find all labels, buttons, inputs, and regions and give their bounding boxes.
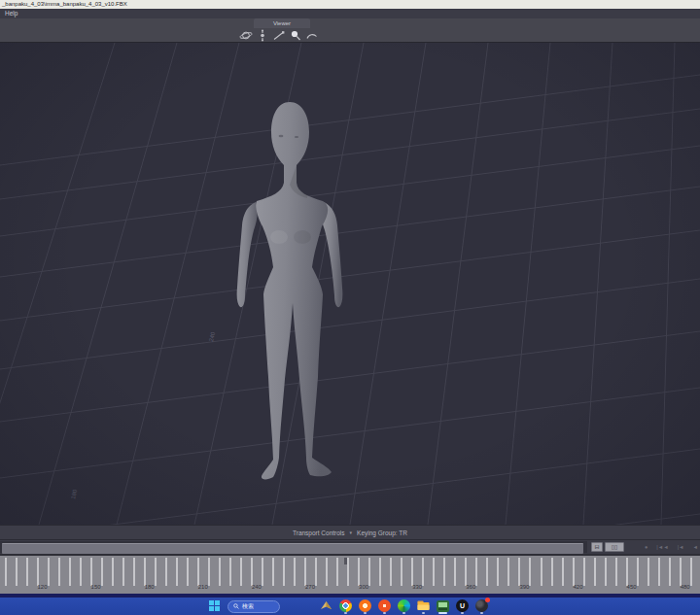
play-backward-icon[interactable]: ◄	[693, 543, 698, 552]
ruler-tick	[26, 558, 28, 586]
tab-viewer[interactable]: Viewer	[254, 18, 310, 28]
timeline-scroll-row: ⊟ ▯▯ ●|◄◄|◄◄	[0, 540, 700, 554]
ruler-tick	[133, 558, 135, 586]
taskbar-icon-orange-ring-app[interactable]	[359, 598, 371, 614]
notification-badge	[485, 598, 490, 602]
ruler-tick	[90, 558, 92, 586]
ruler-tick	[144, 558, 146, 586]
timeline-zoom-range-button[interactable]: ▯▯	[605, 542, 624, 552]
ruler-tick	[5, 558, 7, 586]
ruler-tick	[262, 558, 263, 586]
ruler-tick	[272, 558, 274, 586]
viewport-3d[interactable]: 180240	[0, 43, 700, 525]
taskbar-icon-chrome[interactable]	[339, 598, 352, 614]
ruler-frame-label: 180	[140, 584, 159, 590]
model-body	[256, 102, 332, 479]
windows-taskbar: 検索	[0, 598, 700, 615]
ruler-tick	[433, 558, 435, 586]
taskbar-search-input[interactable]: 検索	[228, 600, 280, 613]
ruler-tick	[368, 558, 370, 586]
taskbar-icon-red-orange-app[interactable]	[378, 598, 391, 614]
ruler-tick	[422, 558, 424, 586]
taskbar-icon-file-explorer[interactable]	[417, 598, 430, 614]
taskbar-icon-green-swirl-app[interactable]	[398, 598, 410, 614]
ruler-tick	[69, 558, 71, 586]
ruler-tick	[443, 558, 445, 586]
ruler-frame-label: 390	[514, 584, 534, 590]
ruler-tick	[529, 558, 531, 586]
ruler-tick	[583, 558, 585, 586]
keying-group-label[interactable]: Keying Group: TR	[357, 530, 407, 536]
ruler-tick	[358, 558, 360, 586]
tab-viewer-label: Viewer	[273, 20, 291, 26]
paper-plane-icon	[320, 599, 332, 611]
ruler-tick	[219, 558, 221, 586]
ruler-frame-label: 270	[300, 584, 320, 590]
mini-transport-buttons: ●|◄◄|◄◄	[645, 543, 698, 552]
ruler-tick	[454, 558, 456, 586]
timeline-zoom-fit-button[interactable]: ⊟	[591, 542, 603, 552]
zoom-camera-icon[interactable]	[289, 29, 302, 42]
ruler-tick	[605, 558, 607, 586]
windows-logo-icon	[209, 600, 220, 611]
ruler-tick	[251, 558, 253, 586]
ruler-frame-label: 360	[461, 584, 480, 590]
line-tool-icon[interactable]	[272, 29, 286, 42]
ruler-tick	[390, 558, 392, 586]
ruler-tick	[626, 558, 628, 586]
viewer-toolbar: Viewer	[0, 18, 700, 43]
ruler-tick	[155, 558, 157, 586]
orbit-camera-icon[interactable]	[239, 29, 253, 42]
ruler-tick	[187, 558, 189, 586]
dark-app-icon	[475, 599, 488, 612]
menu-item-help[interactable]: Help	[0, 9, 22, 18]
window-titlebar[interactable]: _banpaku_4_03\imma_banpaku_4_03_v10.FBX	[0, 0, 700, 9]
ruler-tick	[551, 558, 553, 586]
model-right-eye	[295, 136, 298, 138]
ruler-tick	[680, 558, 682, 586]
character-model[interactable]	[0, 43, 700, 525]
ruler-tick	[283, 558, 285, 586]
ruler-tick	[58, 558, 60, 586]
transport-controls-bar[interactable]: Transport Controls ▾ Keying Group: TR	[0, 525, 700, 540]
taskbar-icon-green-window-app[interactable]	[437, 598, 449, 614]
ruler-tick	[165, 558, 167, 586]
transport-dropdown-icon[interactable]: ▾	[350, 530, 353, 535]
ruler-tick	[101, 558, 103, 586]
timeline-scroll-handle[interactable]	[2, 543, 583, 554]
windows-start-button[interactable]	[208, 598, 221, 614]
model-left-eye	[279, 135, 284, 137]
ruler-tick	[497, 558, 499, 586]
taskbar-icon-paper-plane-app[interactable]	[320, 598, 332, 614]
ruler-tick	[294, 558, 296, 586]
timeline-ruler[interactable]: 120150180210240270300330360390420450480	[0, 554, 700, 594]
translate-camera-icon[interactable]	[256, 29, 269, 42]
ruler-frame-label: 240	[247, 584, 266, 590]
ruler-frame-label: 450	[622, 584, 642, 590]
ruler-tick	[37, 558, 39, 586]
ruler-tick	[508, 558, 509, 586]
taskbar-icon-unity-hub[interactable]: U	[456, 598, 469, 614]
ruler-tick	[401, 558, 402, 586]
taskbar-icon-dark-app[interactable]	[475, 598, 488, 614]
ruler-tick	[573, 558, 575, 586]
timeline-scroll-track[interactable]	[0, 541, 587, 553]
ruler-tick	[112, 558, 114, 586]
ruler-tick	[304, 558, 306, 586]
ruler-tick	[48, 558, 50, 586]
go-to-start-icon[interactable]: |◄◄	[656, 543, 668, 552]
previous-frame-icon[interactable]: |◄	[678, 543, 684, 552]
transport-controls-label: Transport Controls	[293, 530, 345, 536]
chrome-icon	[339, 599, 352, 612]
ruler-tick	[669, 558, 671, 586]
ruler-frame-label: 480	[676, 584, 695, 590]
ruler-tick	[658, 558, 660, 586]
record-icon[interactable]: ●	[645, 543, 648, 552]
ruler-tick	[176, 558, 178, 586]
ruler-tick	[336, 558, 338, 586]
red-orange-icon	[378, 599, 391, 612]
ruler-frame-label: 150	[87, 584, 106, 590]
ruler-frame-label: 330	[407, 584, 427, 590]
ruler-tick	[208, 558, 210, 586]
arc-rotate-icon[interactable]	[305, 29, 319, 42]
